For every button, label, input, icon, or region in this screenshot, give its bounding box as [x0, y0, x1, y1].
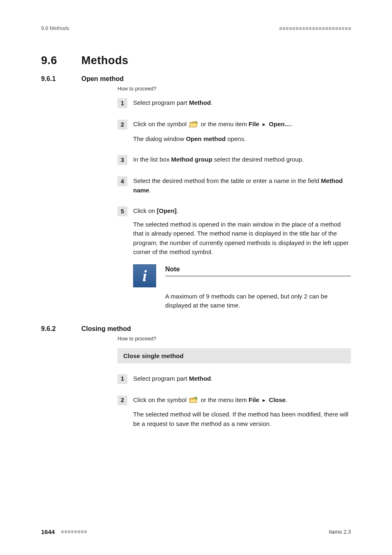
- running-header: 9.6 Methods: [41, 25, 351, 31]
- step-body: Click on [Open]. The selected method is …: [133, 206, 351, 310]
- text: The dialog window: [133, 135, 186, 142]
- bold: Open…: [269, 120, 291, 127]
- subsection-number: 9.6.1: [41, 75, 81, 83]
- text: .: [149, 187, 151, 194]
- step-number-badge: 1: [118, 98, 127, 108]
- product-name: tiamo 2.3: [329, 529, 351, 535]
- step: 1 Select program part Method.: [118, 98, 351, 108]
- close-folder-icon: [189, 397, 198, 406]
- page: 9.6 Methods 9.6 Methods 9.6.1 Open metho…: [0, 0, 392, 555]
- subsection-heading: 9.6.2 Closing method: [41, 325, 351, 333]
- howto-label: How to proceed?: [118, 86, 351, 92]
- steps-open: 1 Select program part Method. 2 Click on…: [118, 98, 351, 310]
- step-body: Select program part Method.: [133, 374, 351, 384]
- step-number-badge: 3: [118, 155, 127, 165]
- step: 4 Select the desired method from the tab…: [118, 176, 351, 195]
- note-content: Note A maximum of 9 methods can be opene…: [165, 264, 351, 310]
- menu-separator-icon: ▸: [263, 120, 265, 129]
- text: The selected method is opened in the mai…: [133, 220, 351, 257]
- text: Click on the symbol: [133, 396, 188, 403]
- step-body: In the list box Method group select the …: [133, 155, 351, 165]
- section-number: 9.6: [41, 54, 81, 67]
- section-title: Methods: [81, 54, 129, 67]
- text: .: [286, 396, 287, 403]
- step: 2 Click on the symbol or the menu item F…: [118, 395, 351, 429]
- subsection-title: Closing method: [81, 325, 131, 333]
- bold: Method: [189, 99, 211, 106]
- step-body: Select program part Method.: [133, 98, 351, 108]
- breadcrumb: 9.6 Methods: [41, 25, 69, 31]
- sub-heading-bar: Close single method: [118, 348, 351, 363]
- text: .: [211, 375, 212, 382]
- bold: [Open]: [157, 207, 177, 214]
- open-folder-icon: [189, 121, 198, 130]
- bold: Method: [189, 375, 211, 382]
- step-number-badge: 2: [118, 120, 127, 130]
- note-title: Note: [165, 266, 180, 273]
- subsection-number: 9.6.2: [41, 325, 81, 333]
- step-body: Click on the symbol or the menu item Fil…: [133, 395, 351, 429]
- text: Select the desired method from the table…: [133, 177, 321, 184]
- text: or the menu item: [201, 396, 249, 403]
- text: Click on the symbol: [133, 120, 188, 127]
- step-number-badge: 4: [118, 176, 127, 186]
- text: The selected method will be closed. If t…: [133, 410, 351, 428]
- text: Select program part: [133, 375, 189, 382]
- step-body: Select the desired method from the table…: [133, 176, 351, 195]
- text: .: [211, 99, 212, 106]
- bold: Open method: [186, 135, 226, 142]
- step-number-badge: 5: [118, 206, 127, 216]
- text: select the desired method group.: [212, 156, 304, 163]
- info-icon: i: [133, 264, 156, 287]
- note-block: i Note A maximum of 9 methods can be ope…: [133, 264, 351, 310]
- step-number-badge: 2: [118, 395, 127, 405]
- step-body: Click on the symbol or the menu item Fil…: [133, 120, 351, 143]
- text: opens.: [226, 135, 246, 142]
- step: 5 Click on [Open]. The selected method i…: [118, 206, 351, 310]
- bold: File: [249, 396, 259, 403]
- text: or the menu item: [201, 120, 249, 127]
- menu-separator-icon: ▸: [263, 396, 265, 405]
- note-body: A maximum of 9 methods can be opened, bu…: [165, 292, 351, 310]
- text: Click on: [133, 207, 157, 214]
- bold: Method group: [171, 156, 212, 163]
- text: .: [177, 207, 178, 214]
- section-heading: 9.6 Methods: [41, 54, 351, 67]
- step: 1 Select program part Method.: [118, 374, 351, 384]
- steps-close: Close single method 1 Select program par…: [118, 348, 351, 429]
- subsection-heading: 9.6.1 Open method: [41, 75, 351, 83]
- page-footer: 1644 tiamo 2.3: [41, 528, 351, 535]
- text: .: [291, 120, 293, 127]
- subsection-title: Open method: [81, 75, 124, 83]
- page-number: 1644: [41, 528, 55, 535]
- step: 3 In the list box Method group select th…: [118, 155, 351, 165]
- text: Select program part: [133, 99, 189, 106]
- step: 2 Click on the symbol or the menu item F…: [118, 120, 351, 143]
- header-dashes: [279, 27, 351, 30]
- step-number-badge: 1: [118, 374, 127, 384]
- bold: File: [249, 120, 259, 127]
- footer-dashes: [61, 530, 87, 533]
- bold: Close: [269, 396, 286, 403]
- howto-label: How to proceed?: [118, 336, 351, 342]
- text: In the list box: [133, 156, 171, 163]
